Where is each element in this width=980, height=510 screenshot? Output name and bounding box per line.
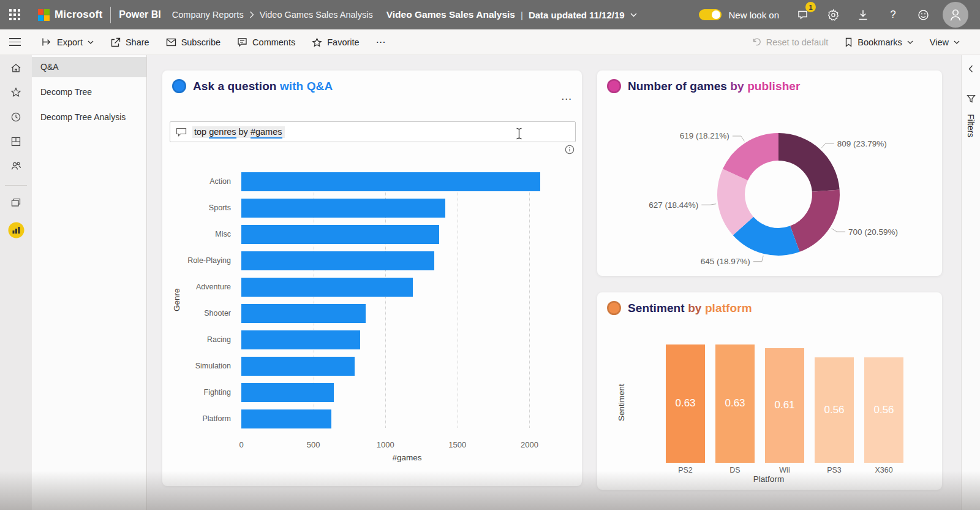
feedback-button[interactable]	[916, 6, 930, 24]
apps-nav-button[interactable]	[0, 191, 32, 215]
column-category-label: PS2	[666, 466, 705, 474]
reset-to-default-button[interactable]: Reset to default	[752, 37, 829, 47]
power-bi-app: Microsoft Power BI Company Reports Video…	[0, 0, 980, 510]
bar-sports[interactable]	[241, 199, 445, 218]
sidebar-page-item[interactable]: Decomp Tree Analysis	[32, 107, 146, 128]
x-tick-label: 1500	[448, 440, 466, 449]
sidebar-page-item[interactable]: Q&A	[32, 57, 146, 77]
filters-pane-collapsed[interactable]: Filters	[961, 55, 980, 510]
recognized-term: genres	[209, 127, 236, 139]
comment-icon	[237, 37, 247, 47]
sentiment-dot-icon	[607, 301, 621, 315]
waffle-icon	[9, 9, 20, 20]
new-look-toggle[interactable]	[699, 9, 722, 20]
qa-more-options-button[interactable]: ⋯	[561, 93, 572, 105]
bar-action[interactable]	[241, 172, 540, 191]
nav-pane-toggle-button[interactable]	[9, 35, 24, 50]
label-leader-line	[821, 143, 834, 148]
subscribe-button[interactable]: Subscribe	[166, 37, 221, 47]
new-look-label: New look on	[728, 10, 779, 20]
bar-simulation[interactable]	[241, 357, 355, 376]
qa-bar-chart[interactable]	[241, 172, 573, 428]
current-report-nav-button[interactable]	[0, 218, 32, 242]
sentiment-bar-card: Sentiment by platform Sentiment Platform…	[597, 292, 942, 490]
gear-icon	[827, 9, 840, 21]
microsoft-wordmark: Microsoft	[55, 9, 102, 21]
query-word: by	[236, 127, 251, 137]
column-category-label: PS3	[815, 466, 854, 474]
app-launcher-button[interactable]	[0, 0, 29, 29]
powerbi-report-icon	[8, 222, 24, 238]
shared-with-me-nav-button[interactable]	[0, 154, 32, 178]
export-button[interactable]: Export	[42, 37, 94, 47]
publisher-donut-chart[interactable]: 809 (23.79%)700 (20.59%)645 (18.97%)627 …	[597, 97, 942, 273]
chevron-down-icon[interactable]	[630, 13, 637, 17]
bar-misc[interactable]	[241, 225, 439, 244]
column-wii[interactable]: 0.61	[765, 348, 804, 463]
sentiment-card-title: Sentiment by platform	[628, 302, 752, 315]
bookmark-icon	[845, 37, 853, 47]
category-label: Action	[162, 172, 231, 191]
column-value-label: 0.63	[675, 397, 695, 409]
microsoft-logo-icon	[38, 9, 50, 21]
label-leader-line	[832, 229, 845, 232]
export-icon	[42, 37, 52, 47]
settings-button[interactable]	[826, 6, 840, 24]
expand-filters-chevron[interactable]	[968, 65, 973, 75]
bar-fighting[interactable]	[241, 383, 334, 402]
category-label: Sports	[162, 199, 231, 218]
share-icon	[110, 37, 121, 47]
download-button[interactable]	[856, 6, 870, 24]
column-ps2[interactable]: 0.63	[666, 344, 705, 463]
comments-button[interactable]: Comments	[237, 37, 295, 47]
donut-slice-1[interactable]	[790, 189, 840, 251]
donut-data-label: 619 (18.21%)	[680, 131, 729, 140]
envelope-icon	[166, 38, 176, 47]
share-button[interactable]: Share	[110, 37, 149, 47]
info-icon[interactable]	[565, 145, 575, 156]
data-updated-label[interactable]: Data updated 11/12/19	[529, 10, 625, 20]
home-icon	[10, 62, 22, 74]
breadcrumb: Company Reports Video Games Sales Analys…	[172, 10, 373, 20]
column-ps3[interactable]: 0.56	[815, 357, 854, 463]
notifications-button[interactable]: 1	[796, 6, 810, 24]
view-button[interactable]: View	[930, 37, 960, 47]
column-value-label: 0.56	[873, 404, 894, 416]
category-label: Platform	[162, 409, 231, 428]
account-avatar[interactable]	[943, 2, 968, 28]
workspaces-nav-button[interactable]	[0, 129, 32, 154]
qa-card-title: Ask a question with Q&A	[193, 80, 333, 93]
favorites-nav-button[interactable]	[0, 80, 32, 105]
home-nav-button[interactable]	[0, 56, 32, 80]
breadcrumb-report[interactable]: Video Games Sales Analysis	[260, 10, 373, 20]
bar-platform[interactable]	[241, 409, 331, 428]
qa-query-text: top genres by #games	[192, 126, 285, 138]
category-label: Adventure	[162, 278, 231, 297]
publisher-dot-icon	[607, 79, 621, 93]
x-tick-label: 500	[307, 440, 320, 449]
favorite-button[interactable]: Favorite	[312, 37, 359, 47]
qa-question-input[interactable]: top genres by #games	[170, 121, 576, 142]
sidebar-page-item[interactable]: Decomp Tree	[32, 82, 146, 102]
pages-sidebar: Q&ADecomp TreeDecomp Tree Analysis	[32, 55, 147, 510]
bookmarks-button[interactable]: Bookmarks	[845, 37, 913, 47]
bar-role-playing[interactable]	[241, 251, 434, 270]
category-label: Role-Playing	[162, 251, 231, 270]
help-button[interactable]: ?	[886, 6, 900, 24]
bar-adventure[interactable]	[241, 278, 413, 297]
category-label: Shooter	[162, 304, 231, 323]
donut-slice-0[interactable]	[778, 133, 840, 192]
filters-label: Filters	[966, 114, 976, 137]
x-tick-label: 1000	[377, 440, 394, 449]
report-canvas: Ask a question with Q&A ⋯ top genres by …	[147, 55, 961, 510]
breadcrumb-workspace[interactable]: Company Reports	[172, 10, 244, 20]
recent-nav-button[interactable]	[0, 105, 32, 129]
column-x360[interactable]: 0.56	[864, 357, 903, 463]
more-options-button[interactable]: ⋯	[376, 36, 386, 48]
bar-racing[interactable]	[241, 330, 360, 349]
filter-funnel-icon	[967, 94, 976, 105]
column-category-label: Wii	[765, 466, 804, 474]
column-ds[interactable]: 0.63	[715, 344, 755, 463]
top-app-bar: Microsoft Power BI Company Reports Video…	[0, 0, 980, 29]
bar-shooter[interactable]	[241, 304, 366, 323]
